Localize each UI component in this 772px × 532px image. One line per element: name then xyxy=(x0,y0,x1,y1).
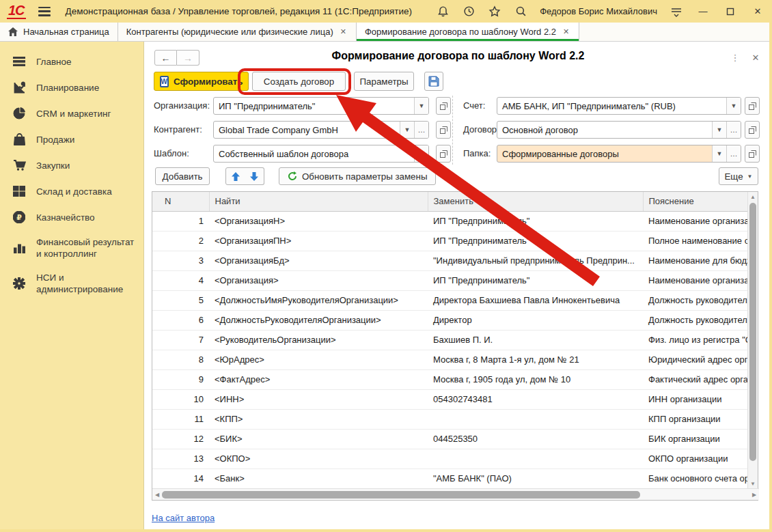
params-button[interactable]: Параметры xyxy=(354,72,414,91)
cell-n[interactable]: 9 xyxy=(152,369,209,389)
tab-close-icon[interactable]: ✕ xyxy=(562,26,570,38)
tab-contract-generation[interactable]: Формирование договора по шаблону Word 2.… xyxy=(357,23,579,41)
cell-n[interactable]: 10 xyxy=(152,389,209,409)
horizontal-scroll-thumb[interactable] xyxy=(162,491,640,499)
cell-find[interactable]: <ДолжностьРуководителяОрганизации> xyxy=(209,310,428,330)
author-site-link[interactable]: На сайт автора xyxy=(152,513,215,523)
horizontal-scrollbar[interactable]: ◀ ▶ xyxy=(152,488,759,500)
cell-replace[interactable]: Директора Бахшиева Павла Иннокентьевича xyxy=(428,290,643,310)
create-contract-button[interactable]: Создать договор xyxy=(252,72,346,91)
table-row[interactable]: 3<ОрганизацияБд>"Индивидуальный предприн… xyxy=(152,251,749,270)
counterparty-more-icon[interactable]: … xyxy=(414,122,428,138)
table-row[interactable]: 5<ДолжностьИмяРуководителяОрганизации>Ди… xyxy=(152,290,749,310)
cell-find[interactable]: <ИНН> xyxy=(209,389,428,409)
scroll-right-icon[interactable]: ▶ xyxy=(749,489,759,500)
cell-note[interactable]: Наименование организаци xyxy=(643,211,749,231)
col-header-n[interactable]: N xyxy=(152,192,209,211)
history-icon[interactable] xyxy=(462,5,475,18)
cell-note[interactable]: Полное наименование ор xyxy=(643,231,749,251)
org-dropdown-icon[interactable]: ▼ xyxy=(414,98,428,114)
account-field[interactable]: АМБ БАНК, ИП "Предприниматель" (RUB) ▼ xyxy=(497,97,741,115)
close-window-button[interactable]: ✕ xyxy=(750,5,765,18)
cell-note[interactable]: Должность руководителя xyxy=(643,290,749,310)
cell-find[interactable]: <Банк> xyxy=(209,468,428,488)
save-settings-button[interactable] xyxy=(424,72,443,91)
cell-find[interactable]: <ОрганизацияБд> xyxy=(209,251,428,270)
scroll-down-icon[interactable]: ▼ xyxy=(748,479,758,488)
contract-more-icon[interactable]: … xyxy=(726,122,741,138)
org-field[interactable]: ИП "Предприниматель" ▼ xyxy=(213,97,429,115)
sidebar-item-sales[interactable]: Продажи xyxy=(0,126,143,152)
table-row[interactable]: 10<ИНН>054302743481ИНН организации xyxy=(152,389,749,409)
cell-replace[interactable]: Директор xyxy=(428,310,643,330)
cell-replace[interactable]: "АМБ БАНК" (ПАО) xyxy=(428,468,643,488)
table-row[interactable]: 11<КПП>КПП организации xyxy=(152,409,749,429)
cell-replace[interactable]: Москва г, 8 Марта 1-я ул, дом № 21 xyxy=(428,350,643,369)
table-row[interactable]: 13<ОКПО>ОКПО организации xyxy=(152,449,749,468)
cell-note[interactable]: КПП организации xyxy=(643,409,749,429)
cell-replace[interactable] xyxy=(428,449,643,468)
cell-find[interactable]: <Организация> xyxy=(209,270,428,290)
cell-n[interactable]: 5 xyxy=(152,290,209,310)
folder-more-icon[interactable]: … xyxy=(726,145,741,162)
cell-n[interactable]: 13 xyxy=(152,449,209,468)
sidebar-item-main[interactable]: Главное xyxy=(0,48,143,74)
template-open-button[interactable] xyxy=(436,145,451,163)
current-user[interactable]: Федоров Борис Михайлович xyxy=(540,6,657,16)
sidebar-item-treasury[interactable]: ₽ Казначейство xyxy=(0,204,143,230)
cell-note[interactable]: Юридический адрес орг xyxy=(643,350,749,369)
cell-note[interactable]: Банк основного счета ор xyxy=(643,468,749,488)
cell-n[interactable]: 2 xyxy=(152,231,209,251)
sidebar-item-finresult[interactable]: Финансовый результат и контроллинг xyxy=(0,230,143,266)
cell-n[interactable]: 14 xyxy=(152,468,209,488)
cell-note[interactable]: Физ. лицо из регистра "С xyxy=(643,330,749,350)
cell-n[interactable]: 3 xyxy=(152,251,209,270)
cell-replace[interactable]: Бахшиев П. И. xyxy=(428,330,643,350)
cell-n[interactable]: 8 xyxy=(152,350,209,369)
cell-note[interactable]: БИК организации xyxy=(643,429,749,449)
cell-note[interactable]: ОКПО организации xyxy=(643,449,749,468)
table-row[interactable]: 4<Организация>ИП "Предприниматель"Наимен… xyxy=(152,270,749,290)
maximize-button[interactable] xyxy=(723,5,738,18)
cell-n[interactable]: 1 xyxy=(152,211,209,231)
cell-note[interactable]: Должность руководителя xyxy=(643,310,749,330)
cell-find[interactable]: <КПП> xyxy=(209,409,428,429)
refresh-params-button[interactable]: Обновить параметры замены xyxy=(279,167,436,185)
cell-n[interactable]: 12 xyxy=(152,429,209,449)
scroll-up-icon[interactable]: ▲ xyxy=(748,192,758,201)
cell-replace[interactable] xyxy=(428,409,643,429)
search-icon[interactable] xyxy=(514,5,527,18)
cell-note[interactable]: Наименование для бюдж xyxy=(643,251,749,270)
cell-n[interactable]: 6 xyxy=(152,310,209,330)
table-row[interactable]: 12<БИК>044525350БИК организации xyxy=(152,429,749,449)
vertical-scrollbar[interactable]: ▲ ▼ xyxy=(747,192,758,488)
tab-counterparties[interactable]: Контрагенты (юридические или физические … xyxy=(118,23,357,41)
account-dropdown-icon[interactable]: ▼ xyxy=(726,98,741,114)
table-row[interactable]: 8<ЮрАдрес>Москва г, 8 Марта 1-я ул, дом … xyxy=(152,350,749,369)
cell-find[interactable]: <ЮрАдрес> xyxy=(209,350,428,369)
form-close-icon[interactable]: ✕ xyxy=(749,51,762,64)
col-header-replace[interactable]: Заменить xyxy=(428,192,643,211)
sidebar-item-crm[interactable]: CRM и маркетинг xyxy=(0,100,143,126)
folder-dropdown-icon[interactable]: ▼ xyxy=(712,145,726,162)
table-row[interactable]: 7<РуководительОрганизации>Бахшиев П. И.Ф… xyxy=(152,330,749,350)
contract-field[interactable]: Основной договор ▼ … xyxy=(497,121,741,139)
cell-note[interactable]: Наименование организаци xyxy=(643,270,749,290)
counterparty-open-button[interactable] xyxy=(436,121,451,139)
account-open-button[interactable] xyxy=(745,97,760,115)
col-header-note[interactable]: Пояснение xyxy=(643,192,749,211)
folder-field[interactable]: Сформированные договоры ▼ … xyxy=(497,145,741,163)
cell-note[interactable]: Фактический адрес орга xyxy=(643,369,749,389)
table-row[interactable]: 6<ДолжностьРуководителяОрганизации>Дирек… xyxy=(152,310,749,330)
generate-button[interactable]: W Сформировать xyxy=(154,72,249,91)
cell-replace[interactable]: 044525350 xyxy=(428,429,643,449)
cell-find[interactable]: <ОрганизацияН> xyxy=(209,211,428,231)
template-field[interactable]: Собственный шаблон договора ▼ xyxy=(213,145,429,163)
form-more-icon[interactable]: ⋮ xyxy=(729,51,741,64)
move-down-button[interactable] xyxy=(245,167,264,185)
tab-home[interactable]: Начальная страница xyxy=(0,23,118,41)
cell-replace[interactable]: 054302743481 xyxy=(428,389,643,409)
add-row-button[interactable]: Добавить xyxy=(155,167,210,185)
minimize-button[interactable]: — xyxy=(695,5,711,18)
table-row[interactable]: 14<Банк>"АМБ БАНК" (ПАО)Банк основного с… xyxy=(152,468,749,488)
